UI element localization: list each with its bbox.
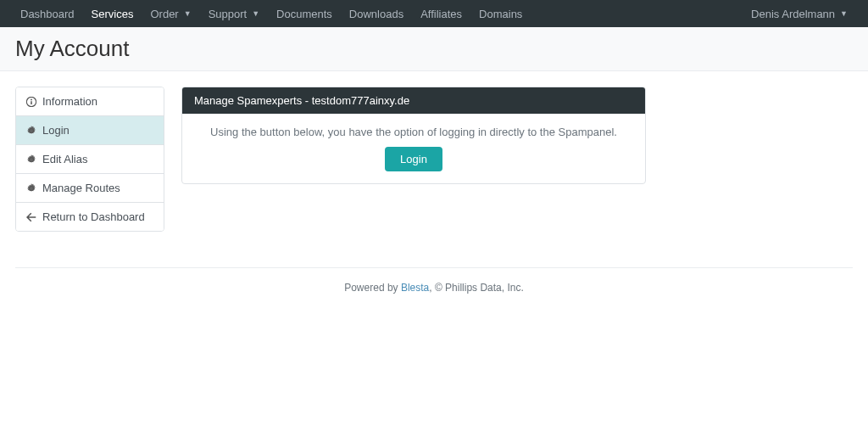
sidebar-item-label: Information <box>42 95 97 108</box>
main-container: Information Login Edit Alias Manage Rout… <box>0 71 661 247</box>
sidebar-item-edit-alias[interactable]: Edit Alias <box>16 145 164 174</box>
footer-prefix: Powered by <box>344 282 401 294</box>
sidebar-item-label: Manage Routes <box>42 182 120 194</box>
nav-order[interactable]: Order▼ <box>142 3 199 25</box>
footer-link[interactable]: Blesta <box>401 282 429 294</box>
login-button[interactable]: Login <box>385 147 442 171</box>
chevron-down-icon: ▼ <box>184 9 192 18</box>
nav-user-menu[interactable]: Denis Ardelmann▼ <box>743 3 856 25</box>
nav-services[interactable]: Services <box>83 3 142 25</box>
gear-icon <box>26 183 36 193</box>
sidebar-item-return-dashboard[interactable]: Return to Dashboard <box>16 203 164 231</box>
nav-affiliates[interactable]: Affiliates <box>412 3 470 25</box>
card-body: Using the button below, you have the opt… <box>182 114 645 183</box>
svg-point-2 <box>31 98 32 100</box>
nav-right: Denis Ardelmann▼ <box>743 3 856 25</box>
gear-icon <box>26 126 36 136</box>
sidebar: Information Login Edit Alias Manage Rout… <box>15 87 164 232</box>
footer: Powered by Blesta, © Phillips Data, Inc. <box>0 277 868 311</box>
nav-documents[interactable]: Documents <box>268 3 341 25</box>
card-manage-spamexperts: Manage Spamexperts - testdom777ainxy.de … <box>181 87 646 184</box>
page-header: My Account <box>0 27 868 71</box>
sidebar-item-information[interactable]: Information <box>16 87 164 116</box>
sidebar-item-label: Return to Dashboard <box>42 210 145 223</box>
sidebar-item-manage-routes[interactable]: Manage Routes <box>16 174 164 203</box>
footer-divider <box>15 267 853 268</box>
nav-left: Dashboard Services Order▼ Support▼ Docum… <box>12 3 531 25</box>
main-content: Manage Spamexperts - testdom777ainxy.de … <box>181 87 646 232</box>
footer-suffix: , © Phillips Data, Inc. <box>429 282 524 294</box>
card-text: Using the button below, you have the opt… <box>194 126 633 138</box>
nav-domains[interactable]: Domains <box>470 3 531 25</box>
sidebar-list: Information Login Edit Alias Manage Rout… <box>15 87 164 232</box>
top-navbar: Dashboard Services Order▼ Support▼ Docum… <box>0 0 868 27</box>
nav-downloads[interactable]: Downloads <box>341 3 412 25</box>
svg-rect-1 <box>31 101 32 104</box>
nav-dashboard[interactable]: Dashboard <box>12 3 83 25</box>
sidebar-item-label: Edit Alias <box>42 153 87 165</box>
sidebar-item-login[interactable]: Login <box>16 116 164 145</box>
arrow-left-icon <box>26 212 36 222</box>
page-title: My Account <box>15 36 853 62</box>
sidebar-item-label: Login <box>42 124 70 137</box>
card-header: Manage Spamexperts - testdom777ainxy.de <box>182 87 645 114</box>
info-icon <box>26 97 36 107</box>
chevron-down-icon: ▼ <box>252 9 259 18</box>
chevron-down-icon: ▼ <box>840 9 848 18</box>
gear-icon <box>26 154 36 165</box>
nav-support[interactable]: Support▼ <box>200 3 268 25</box>
